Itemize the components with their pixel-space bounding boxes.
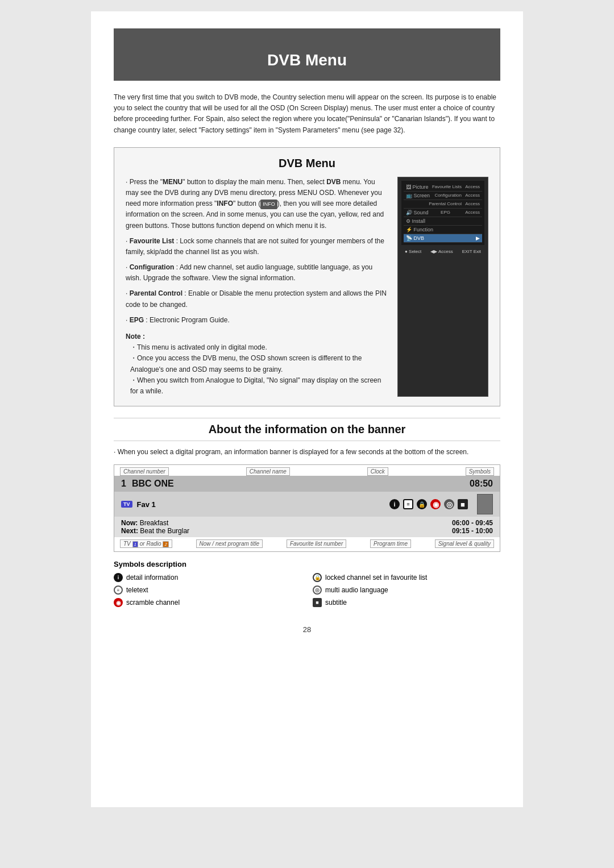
next-time: 09:15 - 10:00 bbox=[452, 527, 493, 535]
note-item-2: Once you access the DVB menu, the OSD sh… bbox=[130, 353, 388, 375]
symbols-row: i ≡ 🔒 ◉ ◎ ■ bbox=[389, 499, 468, 509]
label-tv-radio: TV 1 or Radio 2 bbox=[120, 539, 172, 548]
label-symbols: Symbols bbox=[466, 467, 494, 476]
symbols-description: Symbols description i detail information… bbox=[114, 560, 500, 608]
dvb-para5: · EPG : Electronic Program Guide. bbox=[126, 315, 388, 326]
intro-text: The very first time that you switch to D… bbox=[114, 92, 500, 136]
sym-item-teletext: ≡ teletext bbox=[114, 584, 301, 596]
label-channel-number: Channel number bbox=[120, 467, 169, 476]
menu-img-inner: 🖼 PictureFavourite Lists Access 📺 Screen… bbox=[401, 181, 484, 245]
sym-detail-icon: i bbox=[114, 573, 123, 582]
sym-teletext-icon: ≡ bbox=[403, 499, 413, 509]
now-row: Now: Breakfast 06:00 - 09:45 bbox=[121, 519, 493, 527]
menu-access: ◀▶ Access bbox=[430, 249, 453, 254]
menu-row-sound: 🔊 SoundEPG Access bbox=[404, 209, 482, 217]
sym-scramble-label: scramble channel bbox=[126, 599, 180, 607]
header-title: DVB Menu bbox=[125, 51, 489, 69]
sym-multi-label: multi audio language bbox=[325, 586, 388, 594]
label-fav-number: Favourite list number bbox=[287, 539, 346, 548]
sym-square-icon: ■ bbox=[458, 499, 468, 509]
menu-exit: EXIT Exit bbox=[462, 249, 481, 254]
tv-badge: TV bbox=[121, 501, 132, 508]
sym-subtitle-label: subtitle bbox=[325, 599, 347, 607]
menu-bottom-bar: ● Select ◀▶ Access EXIT Exit bbox=[401, 247, 484, 256]
menu-row-picture: 🖼 PictureFavourite Lists Access bbox=[404, 183, 482, 192]
sym-teletext-label: teletext bbox=[126, 586, 148, 594]
page: DVB Menu The very first time that you sw… bbox=[91, 11, 523, 807]
now-time: 06:00 - 09:45 bbox=[452, 519, 493, 527]
dvb-menu-section: DVB Menu · Press the "MENU" button to di… bbox=[114, 147, 500, 406]
sym-teletext2-icon: ≡ bbox=[114, 585, 123, 595]
note-title: Note : bbox=[126, 333, 145, 340]
banner-diagram: Channel number Channel name Clock Symbol… bbox=[114, 464, 500, 552]
header-box: DVB Menu bbox=[114, 28, 500, 81]
dvb-para1: · Press the "MENU" button to display the… bbox=[126, 177, 388, 231]
symbols-desc-title: Symbols description bbox=[114, 560, 500, 568]
sym-multi-icon: ◎ bbox=[313, 585, 322, 595]
note-item-1: This menu is activated only in digital m… bbox=[130, 342, 388, 353]
label-clock: Clock bbox=[367, 467, 388, 476]
dvb-content: · Press the "MENU" button to display the… bbox=[126, 177, 488, 397]
note-list: This menu is activated only in digital m… bbox=[126, 342, 388, 397]
menu-row-screen: 📺 ScreenConfiguration Access bbox=[404, 192, 482, 200]
fav-label: Fav 1 bbox=[137, 500, 385, 509]
dvb-para3: · Configuration : Add new channel, set a… bbox=[126, 262, 388, 284]
sym-item-multi: ◎ multi audio language bbox=[313, 584, 500, 596]
page-number: 28 bbox=[114, 625, 500, 634]
next-row: Next: Beat the Burglar 09:15 - 10:00 bbox=[121, 527, 493, 535]
banner-channel-number: 1 bbox=[121, 479, 126, 489]
next-label: Next: Beat the Burglar bbox=[121, 527, 189, 535]
note-item-3: When you switch from Analogue to Digital… bbox=[130, 375, 388, 397]
about-text: · When you select a digital program, an … bbox=[114, 447, 500, 458]
sym-subtitle-icon: ■ bbox=[313, 598, 322, 607]
now-label: Now: Breakfast bbox=[121, 519, 168, 527]
note-section: Note : This menu is activated only in di… bbox=[126, 331, 388, 397]
banner-row-now-next: Now: Breakfast 06:00 - 09:45 Next: Beat … bbox=[114, 517, 500, 537]
sym-locked-label: locked channel set in favourite list bbox=[325, 574, 427, 582]
sym-circle2-icon: ◎ bbox=[444, 499, 454, 509]
menu-row-install: ⚙ Install bbox=[404, 217, 482, 226]
about-section: About the information on the banner · Wh… bbox=[114, 418, 500, 608]
sym-info-icon: i bbox=[389, 499, 400, 509]
dvb-menu-screenshot: 🖼 PictureFavourite Lists Access 📺 Screen… bbox=[397, 177, 488, 397]
banner-clock: 08:50 bbox=[470, 479, 493, 489]
banner-row-channel: 1 BBC ONE 08:50 bbox=[114, 476, 500, 492]
sym-item-subtitle: ■ subtitle bbox=[313, 597, 500, 608]
banner-row-fav: TV Fav 1 i ≡ 🔒 ◉ ◎ ■ bbox=[114, 492, 500, 517]
sym-locked-icon: 🔒 bbox=[417, 499, 427, 509]
banner-channel-name: BBC ONE bbox=[132, 479, 470, 489]
menu-row-function: ⚡ Function bbox=[404, 226, 482, 234]
sym-scramble2-icon: ◉ bbox=[114, 598, 123, 607]
sym-item-info: i detail information bbox=[114, 572, 301, 583]
dvb-menu-title: DVB Menu bbox=[126, 157, 488, 170]
label-signal: Signal level & quality bbox=[435, 539, 494, 548]
label-channel-name: Channel name bbox=[246, 467, 290, 476]
signal-box bbox=[477, 494, 493, 514]
sym-item-scramble: ◉ scramble channel bbox=[114, 597, 301, 608]
dvb-text: · Press the "MENU" button to display the… bbox=[126, 177, 388, 397]
label-now-next: Now / next program title bbox=[196, 539, 263, 548]
sym-locked2-icon: 🔒 bbox=[313, 573, 322, 582]
menu-select: ● Select bbox=[405, 249, 421, 254]
symbols-grid: i detail information 🔒 locked channel se… bbox=[114, 572, 500, 608]
menu-row-dvb: 📡 DVB▶ bbox=[404, 234, 482, 243]
banner-bottom-labels: TV 1 or Radio 2 Now / next program title… bbox=[114, 537, 500, 551]
sym-item-locked: 🔒 locked channel set in favourite list bbox=[313, 572, 500, 583]
dvb-para2: · Favourite List : Lock some channels th… bbox=[126, 236, 388, 258]
dvb-para4: · Parental Control : Enable or Disable t… bbox=[126, 288, 388, 310]
banner-top-labels: Channel number Channel name Clock Symbol… bbox=[114, 465, 500, 476]
about-title: About the information on the banner bbox=[114, 418, 500, 441]
label-program-time: Program time bbox=[370, 539, 411, 548]
sym-detail-label: detail information bbox=[126, 574, 178, 582]
menu-row-parental: Parental Control Access bbox=[404, 200, 482, 209]
sym-circle1-icon: ◉ bbox=[430, 499, 441, 509]
